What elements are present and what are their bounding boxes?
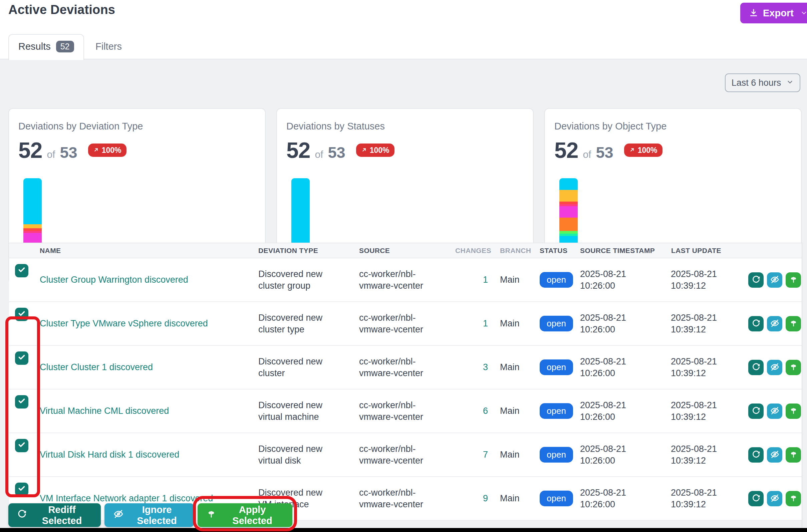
row-checkbox[interactable] <box>15 352 28 365</box>
eye-off-icon <box>770 450 780 460</box>
deviation-type-cell: Discovered new cluster type <box>258 302 359 345</box>
changes-link[interactable]: 9 <box>483 493 488 503</box>
row-rediff-button[interactable] <box>748 360 764 375</box>
results-count-badge: 52 <box>56 41 74 52</box>
row-ignore-button[interactable] <box>767 447 782 462</box>
row-rediff-button[interactable] <box>748 316 764 331</box>
time-range-select[interactable]: Last 6 hours <box>725 73 800 92</box>
refresh-icon <box>752 494 761 504</box>
tab-results-label: Results <box>18 41 51 52</box>
row-actions-cell <box>746 258 802 302</box>
status-badge: open <box>540 316 573 331</box>
deviation-name-link[interactable]: Cluster Cluster 1 discovered <box>40 362 153 372</box>
row-actions-cell <box>746 433 802 477</box>
row-apply-button[interactable] <box>786 403 801 419</box>
changes-link[interactable]: 6 <box>483 406 488 416</box>
row-rediff-button[interactable] <box>748 491 764 506</box>
deviation-name-link[interactable]: Virtual Disk Hard disk 1 discovered <box>40 450 179 460</box>
row-checkbox[interactable] <box>15 482 28 496</box>
rediff-selected-button[interactable]: Rediff Selected <box>8 503 101 527</box>
refresh-icon <box>17 509 27 521</box>
deviation-name-link[interactable]: Cluster Type VMware vSphere discovered <box>40 318 208 328</box>
split-arrows-icon <box>789 319 798 329</box>
export-button[interactable]: Export <box>740 3 807 23</box>
tab-filters[interactable]: Filters <box>86 34 131 61</box>
changes-link[interactable]: 7 <box>483 450 488 460</box>
row-apply-button[interactable] <box>786 316 801 331</box>
deviations-table: NAME DEVIATION TYPE SOURCE CHANGES BRANC… <box>9 243 802 521</box>
tab-results[interactable]: Results 52 <box>8 34 84 60</box>
row-checkbox[interactable] <box>15 264 28 277</box>
trend-badge: 100% <box>624 144 662 157</box>
chevron-down-icon <box>786 78 794 88</box>
source-timestamp-cell: 2025-08-21 10:26:00 <box>579 433 670 477</box>
table-row: Virtual Machine CML discovered Discovere… <box>9 389 802 433</box>
split-arrows-icon <box>789 275 798 285</box>
deviation-name-link[interactable]: Virtual Machine CML discovered <box>40 406 169 416</box>
row-actions-cell <box>746 302 802 345</box>
card-total: 53 <box>328 143 345 162</box>
source-timestamp-cell: 2025-08-21 10:26:00 <box>579 258 670 302</box>
row-actions-cell <box>746 477 802 520</box>
checkmark-icon <box>17 484 26 495</box>
row-checkbox[interactable] <box>15 439 28 452</box>
row-ignore-button[interactable] <box>767 316 782 331</box>
bar-segment <box>559 217 578 231</box>
row-checkbox[interactable] <box>15 308 28 321</box>
status-badge: open <box>540 447 573 462</box>
select-column-header <box>9 243 39 258</box>
table-scroll-divider <box>802 243 802 528</box>
source-cell: cc-worker/nbl-vmware-vcenter <box>359 345 455 389</box>
source-cell: cc-worker/nbl-vmware-vcenter <box>359 433 455 477</box>
changes-link[interactable]: 3 <box>483 362 488 372</box>
source-timestamp-cell: 2025-08-21 10:26:00 <box>579 477 670 520</box>
checkmark-icon <box>17 440 26 451</box>
last-update-cell: 2025-08-21 10:39:12 <box>670 389 746 433</box>
arrow-up-right-icon <box>93 146 99 155</box>
col-branch[interactable]: BRANCH <box>495 243 538 258</box>
deviation-type-cell: Discovered new cluster group <box>258 258 359 302</box>
col-deviation-type[interactable]: DEVIATION TYPE <box>258 243 359 258</box>
source-timestamp-cell: 2025-08-21 10:26:00 <box>579 389 670 433</box>
status-cell: open <box>538 433 579 477</box>
row-rediff-button[interactable] <box>748 447 764 462</box>
row-ignore-button[interactable] <box>767 491 782 506</box>
checkmark-icon <box>17 397 26 407</box>
changes-link[interactable]: 1 <box>483 275 488 285</box>
col-source[interactable]: SOURCE <box>359 243 455 258</box>
deviation-name-link[interactable]: Cluster Group Warrington discovered <box>40 275 188 285</box>
source-timestamp-cell: 2025-08-21 10:26:00 <box>579 345 670 389</box>
row-ignore-button[interactable] <box>767 360 782 375</box>
row-rediff-button[interactable] <box>748 403 764 419</box>
refresh-icon <box>752 275 761 285</box>
status-cell: open <box>538 477 579 520</box>
row-apply-button[interactable] <box>786 272 801 288</box>
bar-segment <box>23 178 42 224</box>
col-changes[interactable]: CHANGES <box>455 243 495 258</box>
deviation-name-link[interactable]: VM Interface Network adapter 1 discovere… <box>40 493 213 503</box>
checkmark-icon <box>17 309 26 320</box>
row-ignore-button[interactable] <box>767 403 782 419</box>
ignore-selected-button[interactable]: Ignore Selected <box>104 503 194 527</box>
row-apply-button[interactable] <box>786 360 801 375</box>
chevron-down-icon <box>800 10 807 17</box>
row-rediff-button[interactable] <box>748 272 764 288</box>
card-total: 53 <box>596 143 613 162</box>
changes-link[interactable]: 1 <box>483 318 488 328</box>
eye-off-icon <box>770 362 780 373</box>
eye-off-icon <box>770 406 780 417</box>
col-source-timestamp[interactable]: SOURCE TIMESTAMP <box>579 243 670 258</box>
col-name[interactable]: NAME <box>39 243 258 258</box>
trend-badge: 100% <box>88 144 127 157</box>
row-apply-button[interactable] <box>786 447 801 462</box>
row-checkbox[interactable] <box>15 395 28 408</box>
col-status[interactable]: STATUS <box>538 243 579 258</box>
row-apply-button[interactable] <box>786 491 801 506</box>
apply-selected-button[interactable]: Apply Selected <box>197 503 292 527</box>
branch-cell: Main <box>495 345 538 389</box>
refresh-icon <box>752 406 761 416</box>
row-ignore-button[interactable] <box>767 272 782 288</box>
col-last-update[interactable]: LAST UPDATE <box>670 243 746 258</box>
bar-segment <box>559 202 578 204</box>
eye-off-icon <box>770 275 780 285</box>
